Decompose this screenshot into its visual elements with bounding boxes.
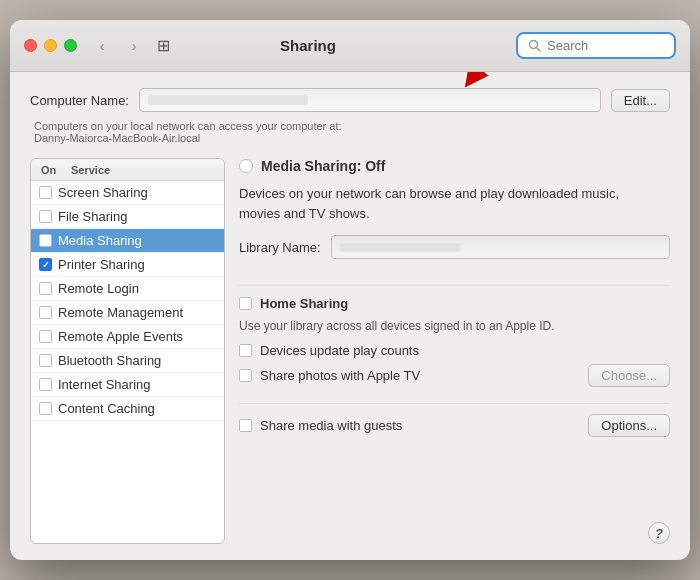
services-panel: On Service Screen Sharing File Sharing M…	[30, 158, 225, 544]
checkbox-bluetooth-sharing[interactable]	[39, 354, 52, 367]
divider1	[239, 285, 670, 286]
checkbox-screen-sharing[interactable]	[39, 186, 52, 199]
choose-button[interactable]: Choose...	[588, 364, 670, 387]
service-name-remote-apple-events: Remote Apple Events	[58, 329, 183, 344]
service-name-media-sharing: Media Sharing	[58, 233, 142, 248]
service-name-internet-sharing: Internet Sharing	[58, 377, 151, 392]
service-item-remote-apple-events[interactable]: Remote Apple Events	[31, 325, 224, 349]
checkbox-remote-management[interactable]	[39, 306, 52, 319]
back-button[interactable]: ‹	[89, 36, 115, 56]
forward-button[interactable]: ›	[121, 36, 147, 56]
services-header: On Service	[31, 159, 224, 181]
service-name-bluetooth-sharing: Bluetooth Sharing	[58, 353, 161, 368]
header-on: On	[41, 164, 71, 176]
search-box[interactable]	[516, 32, 676, 59]
option1-checkbox[interactable]	[239, 344, 252, 357]
detail-panel: Media Sharing: Off Devices on your netwo…	[239, 158, 670, 544]
svg-line-1	[537, 48, 541, 52]
home-sharing-title: Home Sharing	[260, 296, 348, 311]
media-sharing-header: Media Sharing: Off	[239, 158, 670, 174]
traffic-lights	[24, 39, 77, 52]
checkbox-file-sharing[interactable]	[39, 210, 52, 223]
library-label: Library Name:	[239, 240, 321, 255]
service-name-content-caching: Content Caching	[58, 401, 155, 416]
option1-label: Devices update play counts	[260, 343, 419, 358]
service-name-remote-management: Remote Management	[58, 305, 183, 320]
option2-checkbox[interactable]	[239, 369, 252, 382]
service-item-file-sharing[interactable]: File Sharing	[31, 205, 224, 229]
checkbox-media-sharing[interactable]	[39, 234, 52, 247]
option-row-1: Devices update play counts	[239, 343, 670, 358]
media-sharing-desc: Devices on your network can browse and p…	[239, 184, 670, 223]
search-icon	[528, 39, 541, 52]
media-sharing-radio[interactable]	[239, 159, 253, 173]
sharing-window: ‹ › ⊞ Sharing	[10, 20, 690, 560]
service-name-printer-sharing: Printer Sharing	[58, 257, 145, 272]
checkbox-remote-apple-events[interactable]	[39, 330, 52, 343]
media-sharing-title: Media Sharing: Off	[261, 158, 385, 174]
service-item-media-sharing[interactable]: Media Sharing	[31, 229, 224, 253]
library-input[interactable]	[331, 235, 670, 259]
service-item-internet-sharing[interactable]: Internet Sharing	[31, 373, 224, 397]
service-item-printer-sharing[interactable]: Printer Sharing	[31, 253, 224, 277]
help-button[interactable]: ?	[648, 522, 670, 544]
computer-name-input[interactable]	[139, 88, 601, 112]
header-service: Service	[71, 164, 110, 176]
computer-name-label: Computer Name:	[30, 93, 129, 108]
service-name-screen-sharing: Screen Sharing	[58, 185, 148, 200]
share-guests-label: Share media with guests	[260, 418, 402, 433]
titlebar: ‹ › ⊞ Sharing	[10, 20, 690, 72]
home-sharing-row: Home Sharing	[239, 296, 670, 311]
main-content: Computer Name: Edit... Computers on your…	[10, 72, 690, 560]
checkbox-internet-sharing[interactable]	[39, 378, 52, 391]
option-row-2: Share photos with Apple TV Choose...	[239, 364, 670, 387]
minimize-button[interactable]	[44, 39, 57, 52]
home-sharing-desc: Use your library across all devices sign…	[239, 317, 670, 335]
home-sharing-checkbox[interactable]	[239, 297, 252, 310]
computer-name-row: Computer Name: Edit...	[30, 88, 670, 112]
service-item-remote-login[interactable]: Remote Login	[31, 277, 224, 301]
service-item-bluetooth-sharing[interactable]: Bluetooth Sharing	[31, 349, 224, 373]
computer-name-hint: Computers on your local network can acce…	[30, 120, 670, 144]
maximize-button[interactable]	[64, 39, 77, 52]
service-item-content-caching[interactable]: Content Caching	[31, 397, 224, 421]
share-guests-checkbox[interactable]	[239, 419, 252, 432]
checkbox-content-caching[interactable]	[39, 402, 52, 415]
help-area: ?	[239, 512, 670, 544]
window-title: Sharing	[100, 37, 516, 54]
main-panel: On Service Screen Sharing File Sharing M…	[30, 158, 670, 544]
divider2	[239, 403, 670, 404]
checkbox-printer-sharing[interactable]	[39, 258, 52, 271]
service-item-remote-management[interactable]: Remote Management	[31, 301, 224, 325]
close-button[interactable]	[24, 39, 37, 52]
library-row: Library Name:	[239, 235, 670, 259]
checkbox-remote-login[interactable]	[39, 282, 52, 295]
option2-label: Share photos with Apple TV	[260, 368, 420, 383]
options-button[interactable]: Options...	[588, 414, 670, 437]
service-item-screen-sharing[interactable]: Screen Sharing	[31, 181, 224, 205]
service-name-remote-login: Remote Login	[58, 281, 139, 296]
computer-name-section: Computer Name: Edit... Computers on your…	[30, 88, 670, 158]
edit-button[interactable]: Edit...	[611, 89, 670, 112]
service-name-file-sharing: File Sharing	[58, 209, 127, 224]
search-input[interactable]	[547, 38, 664, 53]
share-guests-row: Share media with guests Options...	[239, 414, 670, 437]
